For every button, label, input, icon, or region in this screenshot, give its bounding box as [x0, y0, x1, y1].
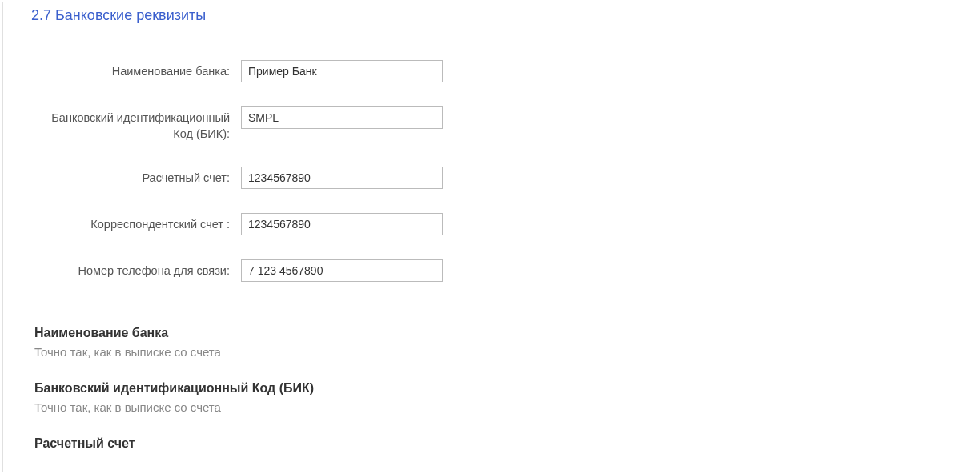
help-title-bank-name: Наименование банка: [34, 326, 978, 340]
help-section: Наименование банка Точно так, как в выпи…: [34, 326, 978, 451]
row-corr-account: Корреспондентский счет :: [31, 213, 978, 235]
help-title-account: Расчетный счет: [34, 436, 978, 451]
input-bik[interactable]: [241, 106, 443, 129]
label-account: Расчетный счет:: [31, 167, 241, 186]
label-bik: Банковский идентификационный Код (БИК):: [31, 106, 241, 143]
label-bank-name: Наименование банка:: [31, 60, 241, 79]
row-account: Расчетный счет:: [31, 167, 978, 189]
row-bank-name: Наименование банка:: [31, 60, 978, 82]
input-bank-name[interactable]: [241, 60, 443, 82]
label-phone: Номер телефона для связи:: [31, 259, 241, 279]
help-desc-bik: Точно так, как в выписке со счета: [34, 400, 978, 414]
help-desc-bank-name: Точно так, как в выписке со счета: [34, 345, 978, 359]
input-phone[interactable]: [241, 259, 443, 282]
help-bik: Банковский идентификационный Код (БИК) Т…: [34, 381, 978, 414]
section-title: 2.7 Банковские реквизиты: [31, 7, 978, 24]
input-account[interactable]: [241, 167, 443, 189]
help-account: Расчетный счет: [34, 436, 978, 451]
input-corr-account[interactable]: [241, 213, 443, 235]
row-bik: Банковский идентификационный Код (БИК):: [31, 106, 978, 143]
help-bank-name: Наименование банка Точно так, как в выпи…: [34, 326, 978, 359]
help-title-bik: Банковский идентификационный Код (БИК): [34, 381, 978, 396]
label-corr-account: Корреспондентский счет :: [31, 213, 241, 232]
row-phone: Номер телефона для связи:: [31, 259, 978, 282]
form-container: 2.7 Банковские реквизиты Наименование ба…: [2, 2, 978, 472]
